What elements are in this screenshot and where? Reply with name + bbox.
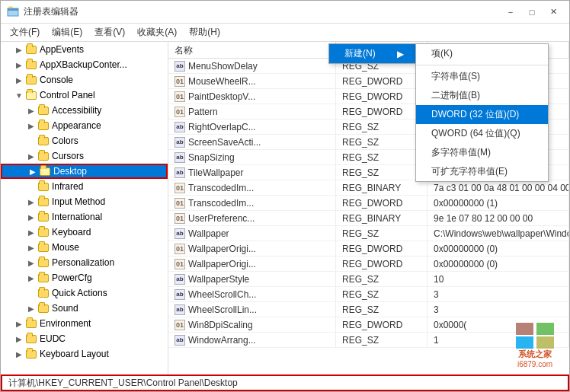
tree-item-console[interactable]: ▶ Console — [1, 72, 168, 88]
reg-icon-ab: ab — [175, 228, 185, 239]
expand-keyboardlayout[interactable]: ▶ — [13, 348, 25, 360]
table-row[interactable]: 01 WallpaperOrigi... REG_DWORD 0x0000000… — [168, 241, 569, 257]
table-row[interactable]: ab MenuShowDelay REG_SZ — [168, 59, 569, 74]
tree-item-keyboardlayout[interactable]: ▶ Keyboard Layout — [1, 346, 168, 362]
tree-item-quickactions[interactable]: Quick Actions — [1, 285, 168, 301]
expand-sound[interactable]: ▶ — [25, 302, 37, 314]
tree-item-controlpanel[interactable]: ▼ Control Panel — [1, 88, 168, 103]
tree-item-keyboard[interactable]: ▶ Keyboard — [1, 225, 168, 240]
tree-item-sound[interactable]: ▶ Sound — [1, 301, 168, 316]
menu-help[interactable]: 帮助(H) — [183, 24, 226, 41]
table-row[interactable]: 01 TranscodedIm... REG_DWORD 0x00000000 … — [168, 196, 569, 211]
expand-console[interactable]: ▶ — [13, 74, 25, 86]
cell-type: REG_SZ — [336, 150, 428, 164]
tree-item-powercfg[interactable]: ▶ PowerCfg — [1, 270, 168, 285]
table-row[interactable]: ab Wallpaper REG_SZ C:\Windows\web\wallp… — [168, 226, 569, 241]
expand-eudc[interactable]: ▶ — [13, 333, 25, 345]
cell-type: REG_SZ — [336, 165, 428, 180]
folder-icon-colors — [37, 135, 50, 147]
table-row[interactable]: ab RightOverlapC... REG_SZ 3 — [168, 120, 569, 135]
window-controls: − □ ✕ — [501, 5, 563, 20]
table-row[interactable]: ab SnapSizing REG_SZ 1 — [168, 150, 569, 165]
expand-appxbackup[interactable]: ▶ — [13, 59, 25, 71]
expand-controlpanel[interactable]: ▼ — [13, 89, 25, 101]
table-body[interactable]: ab MenuShowDelay REG_SZ 01 MouseWheelR..… — [168, 59, 569, 374]
expand-keyboard[interactable]: ▶ — [25, 226, 37, 238]
cell-data: 0x00000000 (0) — [428, 241, 569, 256]
folder-icon-keyboard — [37, 226, 50, 238]
tree-label-infrared: Infrared — [52, 181, 83, 192]
reg-icon-01: 01 — [175, 198, 185, 209]
table-row[interactable]: 01 MouseWheelR... REG_DWORD 0x00000002 — [168, 74, 569, 89]
cell-type: REG_DWORD — [336, 241, 428, 256]
expand-appevents[interactable]: ▶ — [13, 43, 25, 56]
expand-environment[interactable]: ▶ — [13, 317, 25, 330]
tree-item-cursors[interactable]: ▶ Cursors — [1, 148, 168, 164]
table-row[interactable]: ab WheelScrollCh... REG_SZ 3 — [168, 287, 569, 302]
maximize-button[interactable]: □ — [522, 5, 542, 20]
minimize-button[interactable]: − — [501, 5, 520, 20]
tree-item-appearance[interactable]: ▶ Appearance — [1, 118, 168, 133]
expand-cursors[interactable]: ▶ — [25, 150, 37, 162]
table-row[interactable]: 01 WallpaperOrigi... REG_DWORD 0x0000000… — [168, 257, 569, 272]
table-row[interactable]: 01 TranscodedIm... REG_BINARY 7a c3 01 0… — [168, 180, 569, 196]
cell-name: 01 Win8DpiScaling — [168, 317, 336, 332]
table-row[interactable]: ab WindowArrang... REG_SZ 1 — [168, 333, 569, 348]
cell-data: 0x00000000 (1) — [428, 196, 569, 210]
expand-powercfg[interactable]: ▶ — [25, 272, 37, 284]
expand-mouse[interactable]: ▶ — [25, 241, 37, 253]
tree-item-eudc[interactable]: ▶ EUDC — [1, 331, 168, 346]
folder-icon-personalization — [37, 257, 50, 269]
close-button[interactable]: ✕ — [543, 5, 563, 20]
expand-accessibility[interactable]: ▶ — [25, 104, 37, 116]
table-row[interactable]: ab TileWallpaper REG_SZ 0 — [168, 165, 569, 180]
tree-item-accessibility[interactable]: ▶ Accessibility — [1, 103, 168, 118]
menu-bar: 文件(F) 编辑(E) 查看(V) 收藏夹(A) 帮助(H) — [1, 24, 569, 42]
menu-view[interactable]: 查看(V) — [88, 24, 131, 41]
tree-item-international[interactable]: ▶ International — [1, 209, 168, 225]
table-row[interactable]: 01 UserPreferenc... REG_BINARY 9e 1e 07 … — [168, 211, 569, 226]
window-title: 注册表编辑器 — [24, 5, 78, 18]
table-row[interactable]: 01 Win8DpiScaling REG_DWORD 0x0000( — [168, 317, 569, 333]
tree-item-mouse[interactable]: ▶ Mouse — [1, 240, 168, 255]
menu-edit[interactable]: 编辑(E) — [46, 24, 88, 41]
tree-item-appevents[interactable]: ▶ AppEvents — [1, 42, 168, 57]
tree-panel[interactable]: ▶ AppEvents ▶ AppXBackupConter... ▶ — [1, 42, 168, 374]
reg-icon-ab: ab — [175, 122, 185, 132]
expand-desktop[interactable]: ▶ — [27, 165, 39, 177]
tree-item-desktop[interactable]: ▶ Desktop — [1, 164, 168, 179]
cell-type: REG_DWORD — [336, 89, 428, 104]
cell-type: REG_SZ — [336, 287, 428, 301]
table-row[interactable]: ab WheelScrollLin... REG_SZ 3 — [168, 302, 569, 317]
menu-file[interactable]: 文件(F) — [4, 24, 46, 41]
tree-item-environment[interactable]: ▶ Environment — [1, 316, 168, 331]
expand-personalization[interactable]: ▶ — [25, 257, 37, 269]
tree-label-desktop: Desktop — [53, 166, 87, 177]
tree-label-mouse: Mouse — [52, 242, 79, 253]
tree-item-personalization[interactable]: ▶ Personalization — [1, 255, 168, 270]
table-row[interactable]: ab WallpaperStyle REG_SZ 10 — [168, 272, 569, 287]
cell-data — [428, 59, 569, 73]
folder-icon-controlpanel — [25, 89, 37, 101]
folder-icon-powercfg — [37, 272, 50, 284]
cell-name: ab WheelScrollCh... — [168, 287, 336, 301]
expand-international[interactable]: ▶ — [25, 211, 37, 223]
tree-label-appevents: AppEvents — [40, 44, 84, 55]
menu-favorites[interactable]: 收藏夹(A) — [131, 24, 183, 41]
expand-inputmethod[interactable]: ▶ — [25, 196, 37, 208]
status-text: 计算机\HKEY_CURRENT_USER\Control Panel\Desk… — [8, 377, 238, 390]
table-row[interactable]: 01 PaintDesktopV... REG_DWORD 0x00000000 — [168, 89, 569, 104]
tree-item-colors[interactable]: ▶ Colors — [1, 133, 168, 148]
folder-icon-keyboardlayout — [25, 348, 37, 360]
cell-data: 3 — [428, 302, 569, 317]
table-row[interactable]: ab ScreenSaveActi... REG_SZ 1 — [168, 135, 569, 150]
expand-appearance[interactable]: ▶ — [25, 120, 37, 132]
tree-item-infrared[interactable]: Infrared — [1, 179, 168, 194]
tree-item-inputmethod[interactable]: ▶ Input Method — [1, 194, 168, 209]
cell-data: C:\Windows\web\wallpaper\Windows\img0.jp — [428, 226, 569, 241]
cell-name: ab SnapSizing — [168, 150, 336, 164]
table-row[interactable]: 01 Pattern REG_DWORD 0x00000000 — [168, 104, 569, 120]
cell-type: REG_DWORD — [336, 196, 428, 210]
tree-item-appxbackup[interactable]: ▶ AppXBackupConter... — [1, 57, 168, 72]
watermark-url: i6879.com — [517, 360, 552, 368]
